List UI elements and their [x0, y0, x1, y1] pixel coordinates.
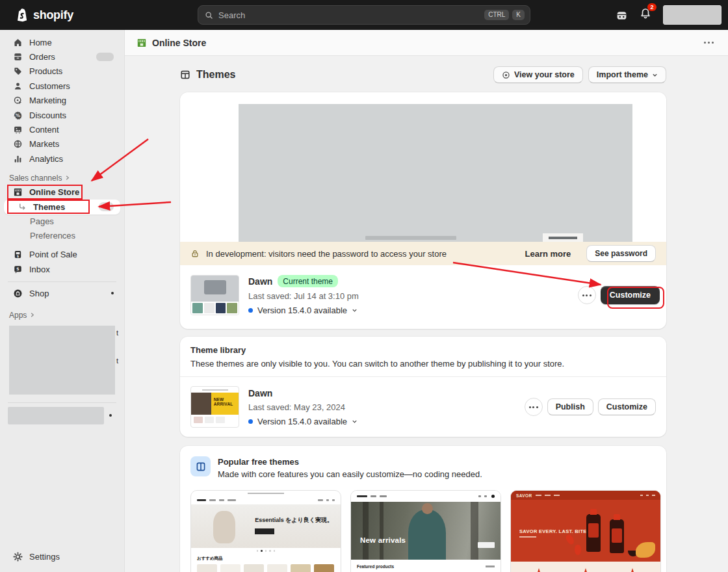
current-theme-card: In development: visitors need the passwo… [180, 92, 666, 329]
preview-products-row [191, 564, 341, 572]
themes-tile-icon [190, 456, 211, 476]
customers-icon [13, 81, 23, 91]
preview-navbar [191, 496, 341, 504]
see-password-button[interactable]: See password [586, 245, 656, 262]
search-input[interactable] [218, 10, 481, 20]
sidebar-item-products[interactable]: Products [4, 64, 120, 79]
learn-more-link[interactable]: Learn more [525, 249, 571, 259]
sidebar-item-themes[interactable]: Themes [4, 200, 120, 214]
publish-button[interactable]: Publish [547, 398, 593, 415]
current-theme-badge: Current theme [278, 275, 338, 287]
sidebar-item-pages[interactable]: Pages [4, 214, 120, 229]
eye-icon [502, 71, 510, 79]
view-your-store-button[interactable]: View your store [493, 66, 583, 83]
preview-products-label: Featured products [357, 564, 394, 569]
thumbnail-promo-text: NEW ARRIVAL [211, 393, 239, 415]
sidebar-item-marketing[interactable]: Marketing [4, 94, 120, 108]
theme-library-title: Theme library [190, 345, 656, 355]
home-icon [13, 38, 23, 47]
sidebar-item-analytics[interactable]: Analytics [4, 151, 120, 166]
section-title-themes: Themes [196, 69, 235, 81]
sauce-bottle [586, 514, 601, 552]
sidekick-assistant-icon[interactable] [616, 9, 628, 21]
shortcut-k-key: K [512, 10, 525, 20]
import-theme-button[interactable]: Import theme [588, 66, 666, 83]
leaf-shape [636, 542, 655, 558]
preview-hero: New arrivals [351, 502, 500, 560]
theme-preview-savor[interactable]: SAVOR SAVOR EVERY. LAST. BITE. [510, 490, 661, 572]
sidebar-item-inbox[interactable]: S Inbox [4, 262, 120, 276]
library-customize-button[interactable]: Customize [598, 398, 656, 415]
sidebar-item-customers[interactable]: Customers [4, 79, 120, 93]
store-name-redacted[interactable] [663, 5, 722, 25]
redacted-notification-dot [109, 414, 112, 417]
preview-cta-button [478, 542, 495, 548]
sidebar-item-shop[interactable]: Shop [4, 286, 120, 300]
gear-icon [13, 552, 23, 562]
marketing-icon [13, 96, 23, 105]
preview-announcement-bar [191, 491, 341, 496]
page-actions-button[interactable] [704, 42, 714, 44]
theme-preview-minimal[interactable]: Essentials をより良く実現。 おすすめ商品 [190, 490, 341, 572]
sidebar-item-orders[interactable]: Orders [4, 49, 120, 64]
sidebar-item-settings[interactable]: Settings [4, 550, 120, 564]
library-theme-more-actions-button[interactable] [525, 398, 543, 416]
sidebar-item-online-store[interactable]: Online Store [4, 185, 120, 200]
shopify-logo[interactable]: shopify [14, 0, 73, 30]
notifications-button[interactable]: 2 [640, 8, 651, 22]
theme-name: Dawn [248, 388, 272, 398]
svg-text:S: S [16, 266, 19, 271]
version-dropdown[interactable]: Version 15.4.0 available [248, 306, 359, 315]
theme-preview-photo[interactable]: New arrivals Featured products [350, 490, 501, 572]
sidebar-item-discounts[interactable]: % Discounts [4, 108, 120, 122]
preview-brand: SAVOR [516, 493, 532, 498]
preview-headline: SAVOR EVERY. LAST. BITE. [519, 528, 588, 534]
cart-icon [491, 495, 495, 498]
analytics-bars-icon [13, 154, 23, 164]
sidebar-item-point-of-sale[interactable]: $ Point of Sale [4, 248, 120, 262]
point-of-sale-icon: $ [13, 250, 23, 259]
markets-globe-icon [13, 139, 23, 149]
shortcut-ctrl-key: CTRL [484, 10, 509, 20]
customize-button[interactable]: Customize [601, 286, 660, 304]
orders-icon [13, 52, 23, 62]
preview-text-blur [365, 236, 456, 240]
sidebar-item-markets[interactable]: Markets [4, 137, 120, 151]
shop-notification-dot [111, 292, 114, 294]
preview-products-row [511, 562, 660, 572]
version-dropdown[interactable]: Version 15.4.0 available [248, 417, 358, 426]
preview-hero: SAVOR EVERY. LAST. BITE. [511, 500, 660, 562]
sauce-bottle [610, 519, 624, 553]
sidebar-item-redacted[interactable] [8, 407, 104, 424]
current-theme-thumbnail[interactable] [190, 275, 239, 315]
svg-text:$: $ [17, 254, 20, 258]
apps-list-redacted[interactable]: t t [9, 326, 115, 395]
global-search[interactable]: CTRL K [198, 5, 530, 25]
theme-more-actions-button[interactable] [578, 286, 596, 304]
library-theme-thumbnail[interactable]: NEW ARRIVAL [190, 386, 239, 428]
svg-text:%: % [16, 112, 20, 118]
notification-count-badge: 2 [647, 3, 656, 11]
shopify-wordmark: shopify [33, 8, 73, 22]
sidebar-item-preferences[interactable]: Preferences [4, 229, 120, 243]
banner-text: In development: visitors need the passwo… [206, 249, 447, 259]
popular-themes-title: Popular free themes [218, 456, 482, 467]
chevron-right-icon [64, 175, 70, 181]
theme-name: Dawn [248, 276, 272, 287]
sidebar-divider [8, 281, 116, 282]
sidebar-item-content[interactable]: Content [4, 122, 120, 136]
preview-button-blur [543, 233, 583, 242]
theme-library-description: These themes are only visible to you. Yo… [190, 359, 656, 369]
theme-library-card: Theme library These themes are only visi… [180, 337, 666, 437]
topbar: shopify CTRL K 2 [0, 0, 728, 30]
sidebar: Home Orders Products Customers Marketing… [0, 30, 125, 572]
sales-channels-header[interactable]: Sales channels [0, 172, 124, 185]
popular-themes-description: Made with core features you can easily c… [218, 469, 482, 479]
theme-preview-redacted[interactable] [239, 104, 632, 242]
page-title: Online Store [152, 38, 206, 48]
shop-app-icon [13, 289, 23, 298]
products-tag-icon [13, 66, 23, 76]
sidebar-item-home[interactable]: Home [4, 35, 120, 49]
main-content: Themes View your store Import theme [125, 56, 728, 572]
apps-header[interactable]: Apps [0, 309, 124, 322]
